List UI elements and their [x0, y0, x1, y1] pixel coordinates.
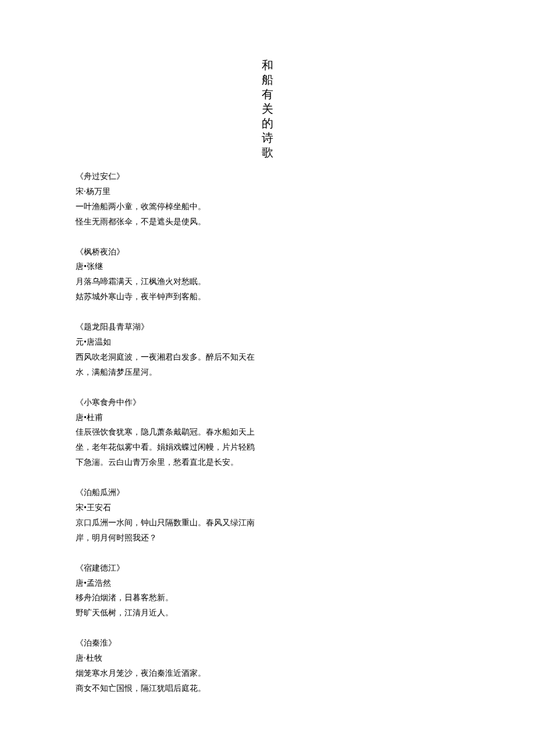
poem-author: 元•唐温如 [76, 335, 256, 350]
poem-author: 唐•杜甫 [76, 410, 256, 425]
poem-author: 宋•王安石 [76, 500, 256, 515]
poem-body: 月落乌啼霜满天，江枫渔火对愁眠。姑苏城外寒山寺，夜半钟声到客船。 [76, 274, 256, 304]
poem-body: 一叶渔船两小童，收篙停棹坐船中。怪生无雨都张伞，不是遮头是使风。 [76, 199, 256, 230]
title-char-2: 有 [0, 87, 535, 102]
title-char-4: 的 [0, 116, 535, 131]
page-title: 和 船 有 关 的 诗 歌 [0, 58, 535, 160]
title-char-1: 船 [0, 73, 535, 87]
poem-5: 《宿建德江》 唐•孟浩然 移舟泊烟渚，日暮客愁新。野旷天低树，江清月近人。 [76, 561, 256, 621]
poem-title: 《题龙阳县青草湖》 [76, 320, 256, 335]
poem-body: 西风吹老洞庭波，一夜湘君白发多。醉后不知天在水，满船清梦压星河。 [76, 350, 256, 380]
poem-body: 佳辰强饮食犹寒，隐几萧条戴鹖冠。春水船如天上坐，老年花似雾中看。娟娟戏蝶过闲幔，… [76, 425, 256, 470]
poem-title: 《舟过安仁》 [76, 169, 256, 184]
poem-author: 唐•孟浩然 [76, 576, 256, 591]
title-char-3: 关 [0, 102, 535, 116]
poem-3: 《小寒食舟中作》 唐•杜甫 佳辰强饮食犹寒，隐几萧条戴鹖冠。春水船如天上坐，老年… [76, 395, 256, 470]
poem-body: 移舟泊烟渚，日暮客愁新。野旷天低树，江清月近人。 [76, 590, 256, 621]
poem-2: 《题龙阳县青草湖》 元•唐温如 西风吹老洞庭波，一夜湘君白发多。醉后不知天在水，… [76, 320, 256, 380]
poem-title: 《枫桥夜泊》 [76, 245, 256, 260]
title-char-5: 诗 [0, 131, 535, 145]
poem-author: 唐·杜牧 [76, 651, 256, 666]
title-char-0: 和 [0, 58, 535, 73]
poem-body: 京口瓜洲一水间，钟山只隔数重山。春风又绿江南岸，明月何时照我还？ [76, 515, 256, 546]
poem-4: 《泊船瓜洲》 宋•王安石 京口瓜洲一水间，钟山只隔数重山。春风又绿江南岸，明月何… [76, 485, 256, 546]
poem-title: 《宿建德江》 [76, 561, 256, 576]
poem-title: 《泊船瓜洲》 [76, 485, 256, 500]
title-char-6: 歌 [0, 145, 535, 160]
poem-author: 宋·杨万里 [76, 184, 256, 199]
poem-title: 《小寒食舟中作》 [76, 395, 256, 410]
poem-body: 烟笼寒水月笼沙，夜泊秦淮近酒家。商女不知亡国恨，隔江犹唱后庭花。 [76, 666, 256, 696]
poem-author: 唐•张继 [76, 259, 256, 274]
poem-1: 《枫桥夜泊》 唐•张继 月落乌啼霜满天，江枫渔火对愁眠。姑苏城外寒山寺，夜半钟声… [76, 245, 256, 305]
poem-title: 《泊秦淮》 [76, 636, 256, 651]
poem-6: 《泊秦淮》 唐·杜牧 烟笼寒水月笼沙，夜泊秦淮近酒家。商女不知亡国恨，隔江犹唱后… [76, 636, 256, 696]
poem-0: 《舟过安仁》 宋·杨万里 一叶渔船两小童，收篙停棹坐船中。怪生无雨都张伞，不是遮… [76, 169, 256, 230]
